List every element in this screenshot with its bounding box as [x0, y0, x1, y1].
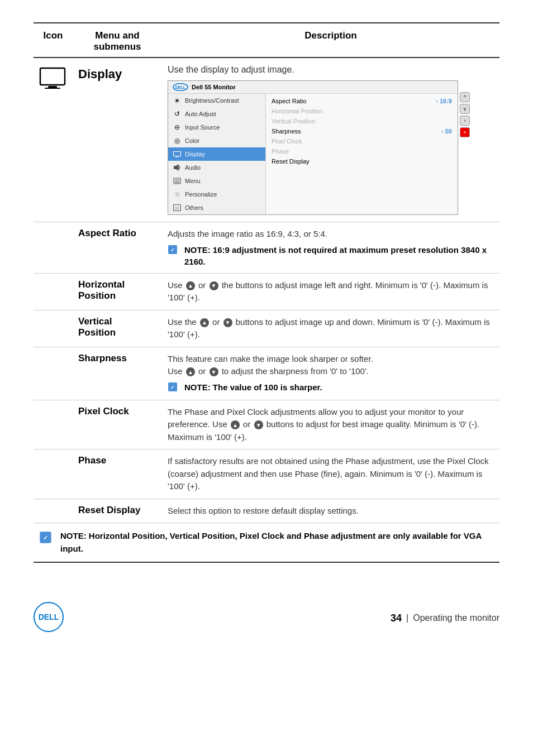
dell-logo-osd: DELL	[173, 83, 188, 91]
vertical-position-title: VerticalPosition	[78, 316, 156, 338]
vertical-position-row: VerticalPosition Use the ▲ or ▼ buttons …	[34, 310, 499, 347]
osd-item-color[interactable]: ◎ Color	[168, 134, 265, 147]
down-btn-sharp: ▼	[210, 367, 218, 376]
display-osd-icon	[173, 150, 182, 159]
vertical-position-desc: Use the ▲ or ▼ buttons to adjust image u…	[168, 316, 494, 341]
vertical-position-desc-cell: Use the ▲ or ▼ buttons to adjust image u…	[162, 310, 499, 347]
footer-separator: |	[406, 613, 408, 623]
aspect-ratio-menu: Aspect Ratio	[73, 222, 162, 274]
pixel-clock-title: Pixel Clock	[78, 406, 156, 417]
horizontal-position-row: HorizontalPosition Use ▲ or ▼ the button…	[34, 273, 499, 310]
sharpness-note-text: NOTE: The value of 100 is sharper.	[184, 381, 322, 393]
osd-right-horizontal: Horizontal Position	[270, 106, 453, 116]
up-btn-vert: ▲	[200, 318, 209, 327]
display-desc-cell: Use the display to adjust image. DELL De…	[162, 58, 499, 222]
color-icon: ◎	[173, 136, 182, 145]
page-number: 34	[391, 613, 402, 624]
bottom-note-cell: ✓ NOTE: Horizontal Position, Vertical Po…	[34, 523, 499, 563]
col-icon-header: Icon	[34, 23, 73, 58]
bottom-note-content: ✓ NOTE: Horizontal Position, Vertical Po…	[39, 530, 494, 555]
svg-text:DELL: DELL	[39, 613, 59, 621]
dell-logo-footer-area: DELL	[34, 602, 64, 634]
svg-text:✓: ✓	[170, 384, 175, 390]
osd-right-panel: Aspect Ratio ›16:9 Horizontal Position V…	[266, 94, 458, 214]
osd-right-phase: Phase	[270, 146, 453, 156]
svg-rect-5	[174, 151, 181, 156]
display-menu-title: Display	[78, 65, 156, 82]
aspect-ratio-note-block: ✓ NOTE: 16:9 adjustment is not required …	[168, 244, 494, 267]
osd-btn-close[interactable]: ×	[460, 127, 470, 137]
sharpness-note-block: ✓ NOTE: The value of 100 is sharper.	[168, 381, 494, 394]
display-icon-cell	[34, 58, 73, 222]
phase-menu: Phase	[73, 449, 162, 499]
osd-item-display[interactable]: Display	[168, 147, 265, 161]
audio-icon	[173, 163, 182, 172]
down-btn-pixel: ▼	[254, 420, 263, 429]
osd-item-input[interactable]: ⊖ Input Source	[168, 121, 265, 134]
table-header-row: Icon Menu and submenus Description	[34, 23, 499, 58]
reset-display-menu: Reset Display	[73, 499, 162, 523]
page-footer: DELL 34 | Operating the monitor	[34, 596, 499, 634]
svg-text:DELL: DELL	[175, 85, 186, 89]
display-menu-cell: Display	[73, 58, 162, 222]
phase-desc-cell: If satisfactory results are not obtained…	[162, 449, 499, 499]
page-content: Icon Menu and submenus Description Displ…	[0, 0, 533, 668]
pixel-clock-row: Pixel Clock The Phase and Pixel Clock ad…	[34, 400, 499, 449]
phase-desc: If satisfactory results are not obtained…	[168, 455, 494, 493]
sharpness-row: Sharpness This feature can make the imag…	[34, 347, 499, 400]
note-icon-aspect: ✓	[168, 245, 180, 257]
down-btn-vert: ▼	[223, 318, 232, 327]
reset-display-title: Reset Display	[78, 505, 156, 516]
osd-right-aspect-ratio: Aspect Ratio ›16:9	[270, 96, 453, 106]
svg-rect-2	[45, 88, 60, 89]
horizontal-position-menu: HorizontalPosition	[73, 273, 162, 310]
osd-monitor-name: Dell 55 Monitor	[192, 84, 236, 90]
sharpness-desc: This feature can make the image look sha…	[168, 353, 494, 378]
up-btn-sharp: ▲	[186, 367, 195, 376]
horizontal-position-title: HorizontalPosition	[78, 279, 156, 302]
pixel-clock-desc: The Phase and Pixel Clock adjustments al…	[168, 406, 494, 444]
menu-icon	[173, 176, 182, 185]
col-desc-header: Description	[162, 23, 499, 58]
aspect-ratio-note-text: NOTE: 16:9 adjustment is not required at…	[184, 244, 494, 267]
horizontal-position-desc-cell: Use ▲ or ▼ the buttons to adjust image l…	[162, 273, 499, 310]
note-icon-sharpness: ✓	[168, 382, 180, 394]
osd-item-personalize[interactable]: ☆ Personalize	[168, 188, 265, 201]
up-btn-horiz: ▲	[186, 281, 195, 290]
osd-body: ☀ Brightness/Contrast ↺ Auto Adjust ⊖ In…	[168, 94, 458, 214]
auto-adjust-icon: ↺	[173, 109, 182, 118]
osd-item-auto[interactable]: ↺ Auto Adjust	[168, 107, 265, 121]
aspect-ratio-title: Aspect Ratio	[78, 228, 156, 239]
bottom-note-row: ✓ NOTE: Horizontal Position, Vertical Po…	[34, 523, 499, 563]
down-btn-horiz: ▼	[210, 281, 218, 290]
svg-text:✓: ✓	[43, 534, 48, 541]
osd-header: DELL Dell 55 Monitor	[168, 81, 458, 94]
osd-btn-up[interactable]: ^	[460, 92, 470, 102]
svg-rect-0	[40, 68, 65, 85]
svg-text:✓: ✓	[170, 247, 175, 252]
sharpness-title: Sharpness	[78, 353, 156, 364]
osd-item-others[interactable]: 11 Others	[168, 201, 265, 214]
pixel-clock-menu: Pixel Clock	[73, 400, 162, 449]
pixel-clock-desc-cell: The Phase and Pixel Clock adjustments al…	[162, 400, 499, 449]
osd-btn-down[interactable]: v	[460, 104, 470, 114]
vertical-position-menu: VerticalPosition	[73, 310, 162, 347]
reset-display-row: Reset Display Select this option to rest…	[34, 499, 499, 523]
osd-item-brightness[interactable]: ☀ Brightness/Contrast	[168, 94, 265, 107]
osd-item-menu[interactable]: Menu	[168, 174, 265, 188]
input-source-icon: ⊖	[173, 123, 182, 132]
osd-btn-right[interactable]: ›	[460, 116, 470, 126]
osd-mockup: DELL Dell 55 Monitor ☀ Brightness/Contra…	[168, 80, 458, 215]
footer-text-area: 34 | Operating the monitor	[391, 613, 499, 624]
reset-display-desc-cell: Select this option to restore default di…	[162, 499, 499, 523]
footer-operating-text: Operating the monitor	[413, 613, 499, 623]
osd-right-pixel-clock: Pixel Clock	[270, 136, 453, 146]
osd-item-audio[interactable]: Audio	[168, 161, 265, 174]
sharpness-desc-cell: This feature can make the image look sha…	[162, 347, 499, 400]
svg-marker-8	[176, 164, 179, 171]
sharpness-menu: Sharpness	[73, 347, 162, 400]
others-icon: 11	[173, 203, 182, 212]
display-desc-intro: Use the display to adjust image.	[168, 65, 494, 75]
svg-rect-7	[174, 166, 176, 169]
phase-row: Phase If satisfactory results are not ob…	[34, 449, 499, 499]
